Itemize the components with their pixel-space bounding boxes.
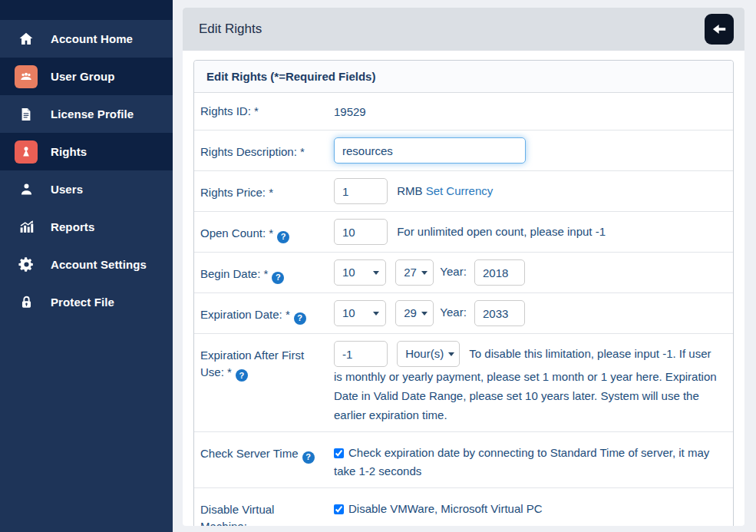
user-icon: [15, 178, 38, 201]
back-button[interactable]: [705, 14, 734, 45]
back-arrow-icon: [711, 21, 728, 38]
form-row-rights-id: Rights ID: * 19529: [194, 93, 733, 131]
disable-vm-label: Disable Virtual Machine:: [200, 495, 315, 526]
expiration-after-first-use-label: Expiration After First Use: *?: [200, 341, 334, 425]
license-profile-icon: [15, 103, 38, 126]
sidebar-item-reports[interactable]: Reports: [0, 208, 173, 246]
check-server-time-hint: Check expiration date by connecting to S…: [334, 446, 709, 477]
bar-chart-icon: [15, 216, 38, 239]
home-icon: [15, 28, 38, 51]
sidebar: Account Home User Group License Profile: [0, 0, 173, 532]
open-count-hint: For unlimited open count, please input -…: [397, 225, 606, 238]
begin-month-select[interactable]: 10: [334, 259, 386, 286]
form-row-open-count: Open Count: *? For unlimited open count,…: [194, 212, 733, 253]
rights-description-label: Rights Description: *: [200, 137, 334, 164]
page-title: Edit Rights: [199, 21, 262, 37]
rights-id-value: 19529: [334, 100, 721, 123]
expiration-year-input[interactable]: [474, 300, 525, 326]
rights-price-label: Rights Price: *: [200, 178, 334, 204]
edit-rights-panel: Edit Rights (*=Required Fields) Rights I…: [193, 60, 734, 526]
user-group-icon: [15, 65, 38, 88]
sidebar-item-label: Rights: [51, 145, 87, 158]
rights-id-label: Rights ID: *: [200, 100, 334, 123]
help-icon[interactable]: ?: [277, 231, 289, 243]
main-content: Edit Rights Edit Rights (*=Required Fiel…: [173, 0, 756, 532]
expiration-day-select[interactable]: 29: [395, 300, 434, 326]
check-server-time-checkbox[interactable]: [334, 448, 344, 458]
chevron-down-icon: [448, 352, 454, 356]
help-icon[interactable]: ?: [302, 451, 315, 464]
chevron-down-icon: [373, 271, 379, 275]
begin-date-label: Begin Date: *?: [200, 259, 334, 286]
form-row-check-server-time: Check Server Time? Check expiration date…: [194, 432, 733, 488]
expiration-month-select[interactable]: 10: [334, 300, 386, 326]
form-row-rights-description: Rights Description: *: [194, 131, 733, 171]
rights-description-input[interactable]: [334, 137, 526, 164]
sidebar-item-label: User Group: [51, 70, 115, 83]
begin-day-select[interactable]: 27: [395, 259, 434, 286]
expiration-date-label: Expiration Date: *?: [200, 300, 334, 326]
card-body: Edit Rights (*=Required Fields) Rights I…: [183, 51, 744, 526]
panel-title: Edit Rights (*=Required Fields): [194, 61, 733, 93]
currency-unit: RMB: [397, 184, 422, 197]
chevron-down-icon: [421, 312, 428, 316]
sidebar-item-account-home[interactable]: Account Home: [0, 20, 173, 58]
sidebar-item-user-group[interactable]: User Group: [0, 58, 173, 95]
disable-vm-hint: Disable VMWare, Microsoft Virtual PC: [348, 502, 543, 515]
form-row-expiration-date: Expiration Date: *? 10 29 Year:: [194, 293, 733, 334]
form-row-disable-virtual-machine: Disable Virtual Machine: Disable VMWare,…: [194, 488, 733, 526]
sidebar-item-users[interactable]: Users: [0, 170, 173, 208]
set-currency-link[interactable]: Set Currency: [426, 184, 494, 197]
open-count-input[interactable]: [334, 219, 388, 245]
sidebar-top-strip: [0, 0, 173, 20]
open-count-label: Open Count: *?: [200, 219, 334, 245]
form-row-begin-date: Begin Date: *? 10 27 Year:: [194, 253, 733, 293]
expiration-unit-dropdown[interactable]: Hour(s): [397, 341, 460, 367]
sidebar-item-label: License Profile: [51, 107, 134, 121]
sidebar-item-label: Account Settings: [51, 258, 147, 271]
sidebar-item-rights[interactable]: Rights: [0, 133, 173, 170]
begin-year-label: Year:: [440, 265, 466, 278]
sidebar-item-label: Reports: [51, 220, 94, 233]
help-icon[interactable]: ?: [272, 272, 284, 284]
expiration-year-label: Year:: [440, 306, 466, 319]
sidebar-item-license-profile[interactable]: License Profile: [0, 95, 173, 133]
sidebar-item-label: Protect File: [51, 296, 114, 309]
chevron-down-icon: [421, 271, 428, 275]
help-icon[interactable]: ?: [294, 312, 306, 325]
sidebar-item-label: Users: [51, 183, 83, 196]
sidebar-item-account-settings[interactable]: Account Settings: [0, 246, 173, 283]
card-header: Edit Rights: [183, 8, 744, 51]
chevron-down-icon: [373, 312, 379, 316]
gear-icon: [15, 253, 38, 276]
edit-rights-card: Edit Rights Edit Rights (*=Required Fiel…: [183, 8, 744, 526]
disable-vm-checkbox[interactable]: [334, 504, 344, 514]
lock-icon: [15, 291, 38, 314]
help-icon[interactable]: ?: [236, 369, 248, 382]
check-server-time-label: Check Server Time?: [200, 439, 334, 481]
form-row-rights-price: Rights Price: * RMB Set Currency: [194, 171, 733, 212]
form-row-expiration-after-first-use: Expiration After First Use: *? Hour(s) T…: [194, 334, 733, 432]
expiration-after-first-use-input[interactable]: [334, 341, 388, 367]
rights-pawn-icon: [15, 140, 38, 164]
begin-year-input[interactable]: [474, 259, 525, 286]
expiration-after-first-use-hint: To disable this limitation, please input…: [334, 347, 717, 421]
sidebar-item-label: Account Home: [51, 32, 133, 45]
sidebar-item-protect-file[interactable]: Protect File: [0, 283, 173, 321]
rights-price-input[interactable]: [334, 178, 388, 204]
